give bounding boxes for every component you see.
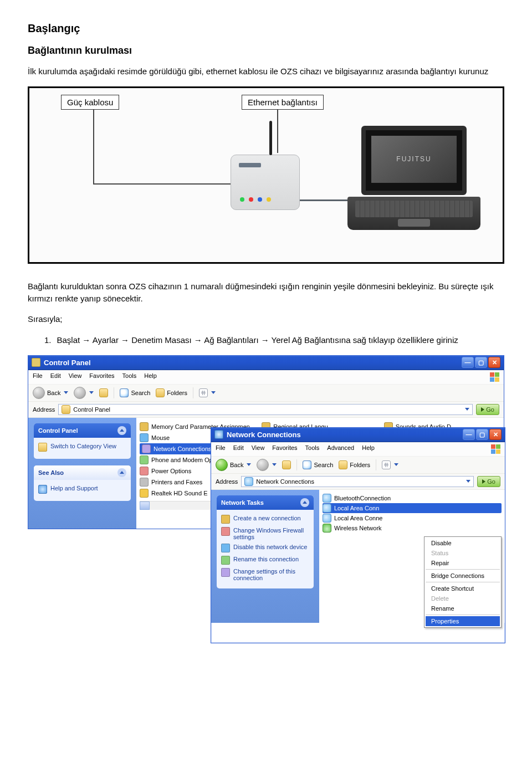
menu-file[interactable]: File: [216, 444, 226, 454]
folder-up-icon: [282, 460, 291, 469]
titlebar[interactable]: Network Connections — ▢ ✕: [211, 428, 505, 442]
cp-item-label: Printers and Faxes: [151, 479, 202, 485]
up-button[interactable]: [282, 460, 291, 469]
cp-item-icon: [140, 455, 149, 464]
cp-item-icon: [140, 433, 149, 442]
menu-help[interactable]: Help: [362, 444, 375, 454]
maximize-button[interactable]: ▢: [475, 357, 487, 368]
chevron-down-icon: [64, 391, 68, 394]
network-task[interactable]: Rename this connection: [221, 554, 309, 566]
scroll-left-button[interactable]: [140, 501, 150, 510]
toolbar: Back Search Folders: [211, 457, 505, 474]
task-label: Change settings of this connection: [233, 568, 309, 581]
address-value: Control Panel: [73, 406, 110, 413]
task-icon: [221, 556, 230, 565]
network-task[interactable]: Change settings of this connection: [221, 566, 309, 583]
address-field[interactable]: Control Panel: [58, 404, 473, 415]
menu-favorites[interactable]: Favorites: [89, 372, 114, 382]
go-button[interactable]: Go: [476, 404, 499, 415]
go-button[interactable]: Go: [477, 476, 500, 487]
cp-item-label: Realtek HD Sound E: [151, 490, 208, 496]
cp-item-icon: [140, 489, 149, 498]
left-panel: Network Tasks Create a new connectionCha…: [211, 490, 319, 623]
cp-item-icon: [140, 478, 149, 487]
context-item-bridge-connections[interactable]: Bridge Connections: [426, 571, 500, 581]
network-task[interactable]: Create a new connection: [221, 513, 309, 525]
chevron-down-icon: [89, 391, 94, 394]
network-task[interactable]: Disable this network device: [221, 542, 309, 554]
task-label: Rename this connection: [233, 556, 299, 562]
forward-button[interactable]: [74, 387, 94, 399]
menu-view[interactable]: View: [69, 372, 82, 382]
window-title: Network Connections: [227, 431, 301, 439]
address-field[interactable]: Network Connections: [241, 476, 474, 487]
chevron-down-icon: [466, 480, 470, 483]
folders-icon: [339, 460, 347, 469]
folders-icon: [156, 388, 165, 397]
connection-item[interactable]: Local Area Conne: [323, 513, 502, 523]
menu-tools[interactable]: Tools: [122, 372, 137, 382]
address-bar: Address Control Panel Go: [28, 402, 504, 418]
minimize-button[interactable]: —: [462, 357, 474, 368]
ozs-device: [231, 155, 300, 210]
collapse-icon[interactable]: [300, 498, 309, 507]
views-button[interactable]: [199, 388, 216, 397]
menu-help[interactable]: Help: [144, 372, 157, 382]
menu-edit[interactable]: Edit: [233, 444, 244, 454]
cp-item-label: Mouse: [151, 434, 170, 441]
step-number: 1.: [44, 334, 52, 346]
folders-button[interactable]: Folders: [156, 388, 187, 397]
task-icon: [221, 527, 230, 536]
folder-icon: [62, 405, 70, 414]
menubar: File Edit View Favorites Tools Help: [28, 370, 504, 385]
connection-item[interactable]: Local Area Conn: [323, 503, 502, 513]
menu-advanced[interactable]: Advanced: [327, 444, 354, 454]
back-button[interactable]: Back: [216, 459, 251, 471]
close-button[interactable]: ✕: [488, 357, 500, 368]
label-power-cable: Güç kablosu: [61, 95, 119, 110]
menu-view[interactable]: View: [252, 444, 265, 454]
diagram-line: [93, 110, 94, 183]
menu-file[interactable]: File: [33, 372, 43, 382]
category-icon: [38, 443, 47, 452]
minimize-button[interactable]: —: [463, 429, 475, 440]
task-icon: [221, 544, 230, 552]
chevron-down-icon: [211, 391, 216, 394]
context-item-properties[interactable]: Properties: [426, 616, 500, 626]
task-icon: [221, 515, 230, 524]
menu-tools[interactable]: Tools: [305, 444, 320, 454]
context-item-rename[interactable]: Rename: [426, 603, 500, 613]
help-support-link[interactable]: Help and Support: [38, 483, 126, 495]
search-icon: [303, 460, 311, 469]
maximize-button[interactable]: ▢: [476, 429, 488, 440]
search-button[interactable]: Search: [120, 388, 150, 397]
context-item-disable[interactable]: Disable: [426, 538, 500, 548]
context-item-repair[interactable]: Repair: [426, 558, 500, 568]
back-button[interactable]: Back: [33, 387, 68, 399]
heading-start: Başlangıç: [28, 22, 504, 35]
panel-network-tasks: Network Tasks Create a new connectionCha…: [217, 495, 314, 588]
close-button[interactable]: ✕: [489, 429, 502, 440]
search-button[interactable]: Search: [303, 460, 333, 469]
chevron-down-icon: [394, 463, 398, 466]
chevron-down-icon: [272, 463, 277, 466]
views-button[interactable]: [382, 460, 398, 469]
switch-category-view-link[interactable]: Switch to Category View: [38, 441, 126, 453]
connection-item[interactable]: Wireless Network: [323, 523, 502, 533]
connection-item[interactable]: BluetoothConnection: [323, 493, 502, 503]
network-task[interactable]: Change Windows Firewall settings: [221, 525, 309, 542]
panel-see-also: See Also Help and Support: [34, 465, 131, 501]
menu-favorites[interactable]: Favorites: [272, 444, 297, 454]
cp-item-icon: [142, 444, 151, 453]
connection-label: BluetoothConnection: [334, 495, 391, 501]
collapse-icon[interactable]: [117, 426, 126, 435]
context-menu: DisableStatusRepairBridge ConnectionsCre…: [424, 536, 502, 628]
collapse-icon[interactable]: [117, 468, 126, 477]
up-button[interactable]: [99, 388, 108, 397]
folders-button[interactable]: Folders: [339, 460, 370, 469]
forward-button[interactable]: [257, 459, 277, 471]
menu-edit[interactable]: Edit: [50, 372, 61, 382]
context-item-create-shortcut[interactable]: Create Shortcut: [426, 583, 500, 593]
titlebar[interactable]: Control Panel — ▢ ✕: [28, 356, 504, 370]
control-panel-icon: [32, 358, 40, 367]
